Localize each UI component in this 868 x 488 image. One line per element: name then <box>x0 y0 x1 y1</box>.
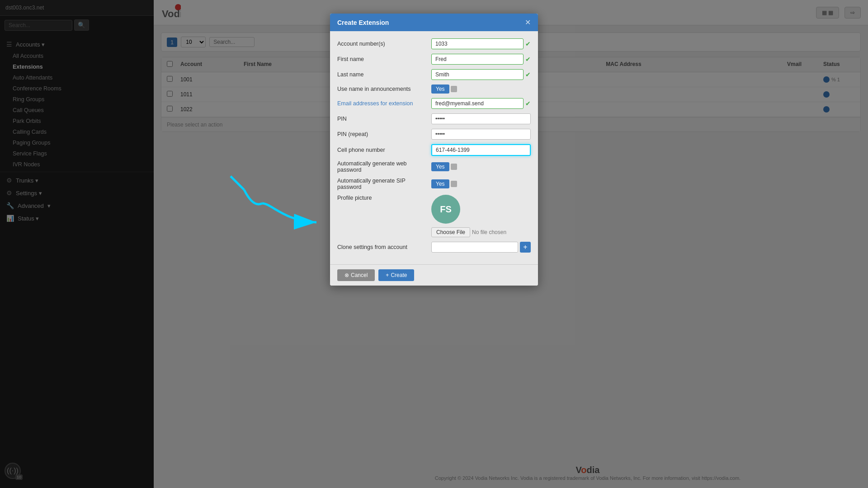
form-row-profile-picture: Profile picture FS Choose File No file c… <box>337 195 531 237</box>
form-row-cell-phone: Cell phone number <box>337 144 531 156</box>
first-name-group: ✔ <box>431 54 531 65</box>
clone-input-group: + <box>431 242 531 253</box>
pin-repeat-input[interactable] <box>431 129 531 140</box>
create-label: Create <box>391 272 407 278</box>
pin-label: PIN <box>337 116 428 122</box>
clone-add-button[interactable]: + <box>520 242 531 253</box>
email-input[interactable] <box>431 98 524 109</box>
last-name-group: ✔ <box>431 69 531 80</box>
use-name-label: Use name in announcements <box>337 86 428 92</box>
account-numbers-input[interactable] <box>431 38 524 49</box>
form-row-use-name: Use name in announcements Yes <box>337 84 531 94</box>
auto-sip-toggle-slider <box>451 181 457 187</box>
form-row-clone: Clone settings from account + <box>337 242 531 253</box>
form-row-auto-web: Automatically generate web password Yes <box>337 160 531 173</box>
last-name-label: Last name <box>337 71 428 78</box>
modal-body: Account number(s) ✔ First name ✔ Last na… <box>330 31 538 264</box>
avatar: FS <box>431 195 460 224</box>
email-label: Email addresses for extension <box>337 100 428 107</box>
auto-sip-toggle[interactable]: Yes <box>431 179 457 188</box>
cancel-button[interactable]: ⊗ Cancel <box>337 269 375 281</box>
use-name-yes-btn[interactable]: Yes <box>431 84 449 94</box>
form-row-auto-sip: Automatically generate SIP password Yes <box>337 178 531 190</box>
modal-close-button[interactable]: ✕ <box>525 18 531 27</box>
form-row-account: Account number(s) ✔ <box>337 38 531 49</box>
pin-input[interactable] <box>431 113 531 124</box>
clone-input[interactable] <box>431 242 518 253</box>
form-row-last-name: Last name ✔ <box>337 69 531 80</box>
create-extension-modal: Create Extension ✕ Account number(s) ✔ F… <box>330 14 538 286</box>
account-valid-icon: ✔ <box>525 40 531 47</box>
auto-web-label: Automatically generate web password <box>337 160 428 173</box>
cancel-icon: ⊗ <box>344 272 349 278</box>
account-numbers-label: Account number(s) <box>337 41 428 47</box>
cancel-label: Cancel <box>351 272 368 278</box>
first-name-valid-icon: ✔ <box>525 56 531 63</box>
no-file-label: No file chosen <box>472 229 506 235</box>
use-name-toggle-slider <box>451 86 457 92</box>
clone-label: Clone settings from account <box>337 244 428 250</box>
use-name-toggle[interactable]: Yes <box>431 84 457 94</box>
auto-web-toggle-slider <box>451 164 457 170</box>
auto-web-yes-btn[interactable]: Yes <box>431 162 449 171</box>
pin-repeat-label: PIN (repeat) <box>337 131 428 137</box>
auto-sip-yes-btn[interactable]: Yes <box>431 179 449 188</box>
cell-phone-input[interactable] <box>431 144 531 156</box>
choose-file-button[interactable]: Choose File <box>431 227 470 237</box>
form-row-first-name: First name ✔ <box>337 54 531 65</box>
account-numbers-group: ✔ <box>431 38 531 49</box>
email-valid-icon: ✔ <box>525 100 531 107</box>
modal-overlay: Create Extension ✕ Account number(s) ✔ F… <box>0 0 868 488</box>
avatar-initials: FS <box>440 204 452 215</box>
create-button[interactable]: + Create <box>378 269 414 281</box>
form-row-pin-repeat: PIN (repeat) <box>337 129 531 140</box>
modal-header: Create Extension ✕ <box>330 14 538 31</box>
auto-web-toggle[interactable]: Yes <box>431 162 457 171</box>
modal-footer: ⊗ Cancel + Create <box>330 264 538 286</box>
last-name-valid-icon: ✔ <box>525 71 531 78</box>
create-icon: + <box>386 272 389 278</box>
file-input-group: Choose File No file chosen <box>431 227 531 237</box>
auto-sip-label: Automatically generate SIP password <box>337 178 428 190</box>
first-name-label: First name <box>337 56 428 62</box>
first-name-input[interactable] <box>431 54 524 65</box>
email-group: ✔ <box>431 98 531 109</box>
form-row-pin: PIN <box>337 113 531 124</box>
profile-picture-area: FS Choose File No file chosen <box>431 195 531 237</box>
form-row-email: Email addresses for extension ✔ <box>337 98 531 109</box>
last-name-input[interactable] <box>431 69 524 80</box>
modal-title: Create Extension <box>337 19 389 26</box>
cell-phone-label: Cell phone number <box>337 147 428 153</box>
profile-picture-label: Profile picture <box>337 195 428 201</box>
